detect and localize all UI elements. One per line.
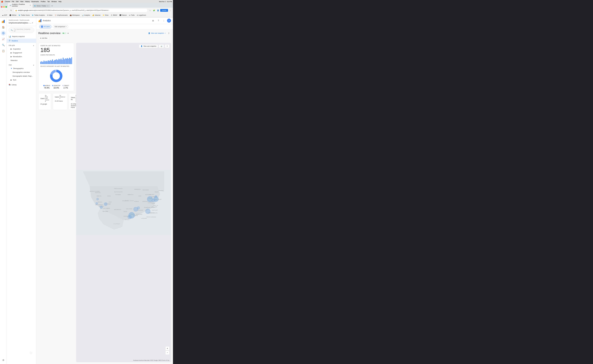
menubar-help[interactable]: Help [59,1,61,2]
maximize-button[interactable] [6,6,7,8]
nav-retention[interactable]: Retention [7,58,36,62]
bookmark-github[interactable]: ⚫ GitHub [8,14,17,17]
bookmark-twitter-analytics[interactable]: 🐦 Twitter Analytics [31,14,46,17]
external-link-icon: ↗ [165,32,166,34]
ga-logo-rail[interactable] [1,19,6,24]
back-button[interactable]: ← [1,9,4,12]
zoom-in-button[interactable]: + [166,346,169,351]
close-button[interactable] [1,6,2,8]
user-avatar[interactable]: J [167,19,171,23]
share-map-button[interactable]: ⇪ [165,45,169,48]
tab-twitter[interactable]: 🐦 Home / Twitter ✕ [33,4,50,8]
extensions-button[interactable]: 🧩 [152,9,156,12]
nav-library[interactable]: 📚 Library [7,83,36,87]
tab-analytics[interactable]: 📊 Analytics | Realtime overview ✕ [8,3,33,8]
nav-demographic-details[interactable]: Demographic details: Regi... [7,74,36,78]
menu-button[interactable]: ⋮ [168,9,172,12]
donut-chart [49,69,64,83]
bookmark-twitter-home[interactable]: 🐦 Twitter Home [18,14,31,17]
menubar-history[interactable]: History [25,1,30,2]
help-icon[interactable]: ? [156,18,161,23]
menubar-bookmarks[interactable]: Bookmarks [32,1,39,2]
bookmark-patreon[interactable]: 🅿 Patreon [119,14,128,17]
profile-button[interactable]: 👤 [156,9,160,12]
share-icon[interactable]: ⇪ [167,31,171,35]
bookmark-inbox[interactable]: ✉ Inbox [46,14,53,17]
new-tab-button[interactable]: + [50,4,54,8]
bookmark-workspace[interactable]: 💼 Workspace [69,14,80,17]
nav-monetization[interactable]: ▶ Monetization [7,55,36,58]
lifecycle-header[interactable]: Life cycle ▲ [7,44,36,47]
menubar-window[interactable]: Window [51,1,57,2]
nav-demographics[interactable]: ▼ Demographics [7,66,36,70]
tablet-label: TABLET [64,85,69,86]
bookmark-legalzoom[interactable]: ⚖ LegalZoom [136,14,147,17]
bookmark-analytics[interactable]: 📊 Analytics [81,14,91,17]
property-selector[interactable]: UmpScorecardsAnalytics – ... ▾ [9,21,34,24]
nav-demographics-overview[interactable]: Demographics overview [7,70,36,74]
bookmark-trello[interactable]: 🗂 Trello [128,14,136,17]
bar [42,62,43,64]
ga-realtime-icon[interactable] [1,31,6,36]
tab-analytics-close[interactable]: ✕ [29,4,31,6]
ga-list-icon[interactable]: 📋 [1,48,6,53]
nav-engagement[interactable]: ▶ Engagement [7,51,36,55]
chart-type-button[interactable]: 📊 [159,45,164,48]
minimize-button[interactable] [3,6,5,8]
zoom-out-button[interactable]: − [166,351,169,355]
bookmark-drive[interactable]: 📁 Drive [102,14,109,17]
apple-menu[interactable]: 🍎 [1,1,3,3]
user-header[interactable]: User ▲ [7,63,36,66]
forward-button[interactable]: → [5,9,9,12]
search-placeholder: Try searching "property ID" [14,28,32,32]
menubar-file[interactable]: File [12,1,14,2]
update-button[interactable]: Update [160,9,168,12]
nav-realtime[interactable]: ⏱ Realtime [7,39,36,43]
ga-explore-icon[interactable]: 🔍 [1,43,6,47]
nav-tech[interactable]: ▶ Tech [7,78,36,82]
ga-search[interactable]: 🔍 Try searching "property ID" [9,27,34,33]
bookmark-gcp[interactable]: ☁ GCP [1,14,8,17]
source-dropdown-icon: ▾ [45,101,46,102]
url-bar[interactable]: 🔒 analytics.google.com/analytics/web/#/p… [13,8,148,12]
map-zoom: + − [166,346,169,355]
adsense-icon: 💰 [92,14,94,16]
ga-reports-icon[interactable]: 📈 [1,37,6,42]
view-snapshot-button[interactable]: 👤 View user snapshot ↗ [148,32,166,34]
ga-content: USERS IN LAST 30 MINUTES 185 USERS PER M… [36,41,173,364]
tablet-value: 2.7% [64,87,68,89]
bookmark-button[interactable]: ☆ [148,9,152,12]
realtime-dropdown-icon[interactable]: ▾ [67,32,69,34]
ga-home-icon[interactable]: 🏠 [1,25,6,30]
bar [63,58,64,64]
audience-dropdown-label[interactable]: by Audience ▾ [60,95,65,99]
nav-acquisition[interactable]: ▶ Acquisition [7,47,36,51]
bookmark-bmac[interactable]: ☕ BMAC [110,14,118,17]
tab-twitter-close[interactable]: ✕ [47,5,49,7]
ga-logo-area: Analytics [38,19,51,22]
nav-collapse-button[interactable]: ‹ [30,352,32,354]
map-controls: 👤 View user snapshot 📊 ⇪ [139,45,169,48]
ga-settings-icon[interactable]: ⚙ [1,358,6,363]
add-comparison-button[interactable]: Add comparison + [53,25,68,28]
menubar-chrome[interactable]: Chrome [5,1,10,2]
source-dropdown-label[interactable]: by First user source ▾ [45,95,49,102]
add-filter-button[interactable]: ⊕ Add filter [38,36,49,40]
view-snapshot-map-button[interactable]: 👤 View user snapshot [139,45,158,48]
nav-reports-snapshot[interactable]: 📊 Reports snapshot [7,34,36,39]
menubar-tab[interactable]: Tab [47,1,50,2]
svg-rect-1 [3,21,4,23]
add-comparison-label: Add comparison [54,26,65,27]
grid-icon[interactable]: ⊞ [151,18,155,23]
all-users-chip[interactable]: A All Users [39,25,51,28]
bookmark-umpscorecard[interactable]: ⚾ UmpScorecards [54,14,69,17]
more-options-icon[interactable]: ⋮ [162,18,166,23]
reload-button[interactable]: ↻ [9,9,13,12]
menubar-profiles[interactable]: Profiles [41,1,46,2]
svg-text:Los Angeles: Los Angeles [103,208,110,209]
menubar-view[interactable]: View [20,1,23,2]
menubar-edit[interactable]: Edit [16,1,19,2]
property-name: UmpScorecardsAnalytics – ... [9,22,31,24]
bookmark-adsense[interactable]: 💰 Adsense [91,14,101,17]
tablet-legend: TABLET 2.7% [62,85,69,89]
